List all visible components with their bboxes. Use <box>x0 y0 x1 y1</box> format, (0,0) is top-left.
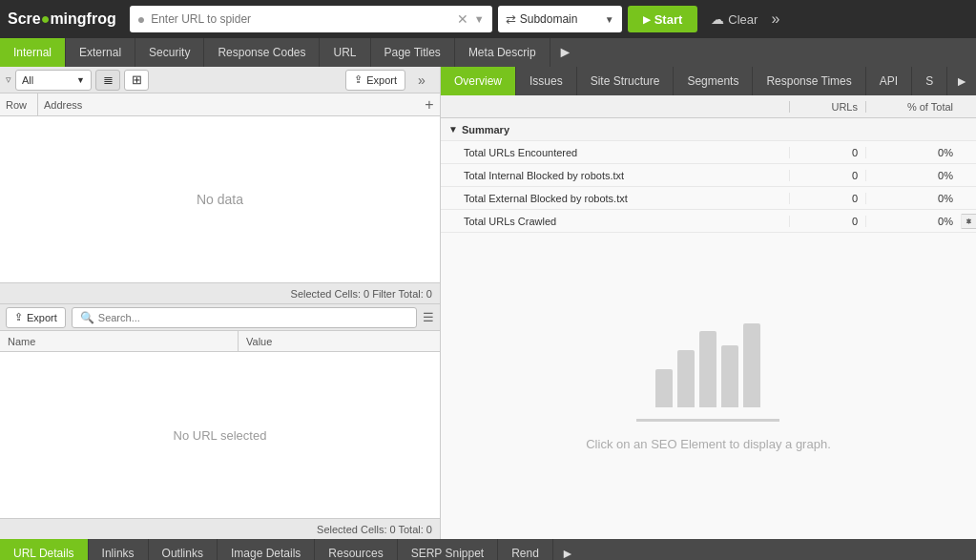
bottom-tabs: URL Details Inlinks Outlinks Image Detai… <box>0 539 976 560</box>
clear-url-icon[interactable]: ✕ <box>457 11 468 27</box>
bottom-tab-rend[interactable]: Rend <box>498 539 553 560</box>
lower-selected-cells: Selected Cells: 0 Total: 0 <box>317 524 432 535</box>
subdomain-icon: ⇄ <box>506 12 516 27</box>
right-row-3[interactable]: Total URLs Crawled 0 0% ▲ ▼ <box>441 210 976 233</box>
clear-label: Clear <box>728 12 758 27</box>
export-icon-lower: ⇪ <box>14 311 23 323</box>
export-icon-top: ⇪ <box>354 73 363 86</box>
main-content: ▿ All ▼ ≣ ⊞ ⇪ Export » Row Address + <box>0 67 976 539</box>
bottom-tab-url-details[interactable]: URL Details <box>0 539 89 560</box>
right-row-2-pct: 0% <box>865 193 961 204</box>
bottom-tab-serp-snippet[interactable]: SERP Snippet <box>398 539 499 560</box>
tab-segments[interactable]: Segments <box>674 67 753 95</box>
export-button-lower[interactable]: ⇪ Export <box>6 307 66 328</box>
export-label-lower: Export <box>27 312 57 323</box>
chart-bar-2 <box>677 350 695 407</box>
filter-dropdown[interactable]: All ▼ <box>15 70 92 91</box>
start-label: Start <box>654 12 683 27</box>
url-input[interactable] <box>151 12 451 26</box>
tab-site-structure[interactable]: Site Structure <box>577 67 675 95</box>
right-row-3-pct: 0% <box>865 216 961 227</box>
chart-x-axis <box>636 419 779 422</box>
search-icon: 🔍 <box>80 311 94 324</box>
right-row-2-label: Total External Blocked by robots.txt <box>441 193 789 204</box>
lower-value-col-header: Value <box>239 331 440 351</box>
clear-button[interactable]: ☁ Clear <box>703 6 765 32</box>
tab-bar-2: Overview Issues Site Structure Segments … <box>441 67 976 95</box>
left-panel: ▿ All ▼ ≣ ⊞ ⇪ Export » Row Address + <box>0 67 441 539</box>
right-row-3-urls: 0 <box>789 216 865 227</box>
scroll-down-btn[interactable]: ▼ <box>962 214 976 229</box>
tab-response-codes[interactable]: Response Codes <box>204 38 320 67</box>
bottom-tab-more[interactable]: ► <box>553 539 582 560</box>
search-filter-icon[interactable]: ☰ <box>423 310 434 324</box>
right-table-header: URLs % of Total <box>441 95 976 118</box>
start-button[interactable]: ▶ Start <box>628 6 698 32</box>
tab-issues[interactable]: Issues <box>516 67 577 95</box>
subdomain-select[interactable]: ⇄ Subdomain ▼ <box>498 6 622 32</box>
col-address-header: Address <box>38 93 419 115</box>
right-row-1-label: Total Internal Blocked by robots.txt <box>441 170 789 181</box>
grid-view-button[interactable]: ⊞ <box>124 70 149 91</box>
chart-bar-3 <box>699 331 716 407</box>
right-row-3-label: Total URLs Crawled <box>441 216 789 227</box>
play-icon: ▶ <box>643 14 651 25</box>
tab-response-times[interactable]: Response Times <box>753 67 865 95</box>
tab-page-titles[interactable]: Page Titles <box>371 38 455 67</box>
right-table-content: URLs % of Total ▼ Summary <box>441 95 976 233</box>
export-button-top[interactable]: ⇪ Export <box>345 70 405 91</box>
no-data-text: No data <box>197 192 243 207</box>
subdomain-label: Subdomain <box>520 12 601 26</box>
lower-toolbar: ⇪ Export 🔍 ☰ <box>0 304 440 331</box>
url-input-area: ● ✕ ▼ <box>130 6 492 32</box>
tab-external[interactable]: External <box>66 38 135 67</box>
tab-bar-1-more[interactable]: ► <box>550 38 581 67</box>
tab-internal[interactable]: Internal <box>0 38 66 67</box>
logo: Scre●mingfrog <box>8 10 116 28</box>
right-row-1[interactable]: Total Internal Blocked by robots.txt 0 0… <box>441 164 976 187</box>
more-button[interactable]: » <box>771 10 779 28</box>
right-col-urls-header: URLs <box>789 101 865 113</box>
right-row-1-urls: 0 <box>789 170 865 181</box>
graph-label: Click on an SEO Element to display a gra… <box>586 437 831 451</box>
subdomain-arrow-icon: ▼ <box>605 14 614 25</box>
bottom-tab-image-details[interactable]: Image Details <box>218 539 315 560</box>
cloud-icon: ☁ <box>711 11 724 27</box>
tab-s[interactable]: S <box>912 67 947 95</box>
list-view-button[interactable]: ≣ <box>95 70 120 91</box>
no-url-text: No URL selected <box>174 428 267 443</box>
top-bar: Scre●mingfrog ● ✕ ▼ ⇄ Subdomain ▼ ▶ Star… <box>0 0 976 38</box>
left-more-button[interactable]: » <box>409 70 434 91</box>
tab-security[interactable]: Security <box>135 38 204 67</box>
right-row-0[interactable]: Total URLs Encountered 0 0% <box>441 141 976 164</box>
lower-name-col-header: Name <box>0 331 239 351</box>
lower-grid-header: Name Value <box>0 331 440 352</box>
summary-label: ▼ Summary <box>441 124 789 135</box>
bottom-tab-outlinks[interactable]: Outlinks <box>149 539 218 560</box>
search-container: 🔍 <box>72 307 417 328</box>
url-dropdown-icon[interactable]: ▼ <box>474 13 485 25</box>
collapse-icon[interactable]: ▼ <box>448 124 458 135</box>
right-table-area: URLs % of Total ▼ Summary <box>441 95 976 233</box>
tab-bar-2-more[interactable]: ► <box>947 67 976 95</box>
bottom-tab-inlinks[interactable]: Inlinks <box>89 539 149 560</box>
bar-chart-icon <box>655 321 760 407</box>
filter-dropdown-arrow-icon: ▼ <box>76 75 85 85</box>
tab-api[interactable]: API <box>866 67 912 95</box>
right-row-2[interactable]: Total External Blocked by robots.txt 0 0… <box>441 187 976 210</box>
search-input[interactable] <box>98 312 408 323</box>
globe-icon: ● <box>137 11 145 27</box>
right-row-summary[interactable]: ▼ Summary <box>441 118 976 141</box>
right-panel: Overview Issues Site Structure Segments … <box>441 67 976 539</box>
chart-bar-5 <box>743 323 760 407</box>
right-row-0-pct: 0% <box>865 147 961 158</box>
add-column-button[interactable]: + <box>419 94 440 115</box>
grid-status-bar: Selected Cells: 0 Filter Total: 0 <box>0 283 440 304</box>
right-row-2-urls: 0 <box>789 193 865 204</box>
chart-bar-4 <box>721 345 738 407</box>
tab-meta-descrip[interactable]: Meta Descrip <box>455 38 550 67</box>
bottom-tab-resources[interactable]: Resources <box>315 539 397 560</box>
tab-overview[interactable]: Overview <box>441 67 516 95</box>
tab-bar-1: Internal External Security Response Code… <box>0 38 976 67</box>
tab-url[interactable]: URL <box>320 38 370 67</box>
